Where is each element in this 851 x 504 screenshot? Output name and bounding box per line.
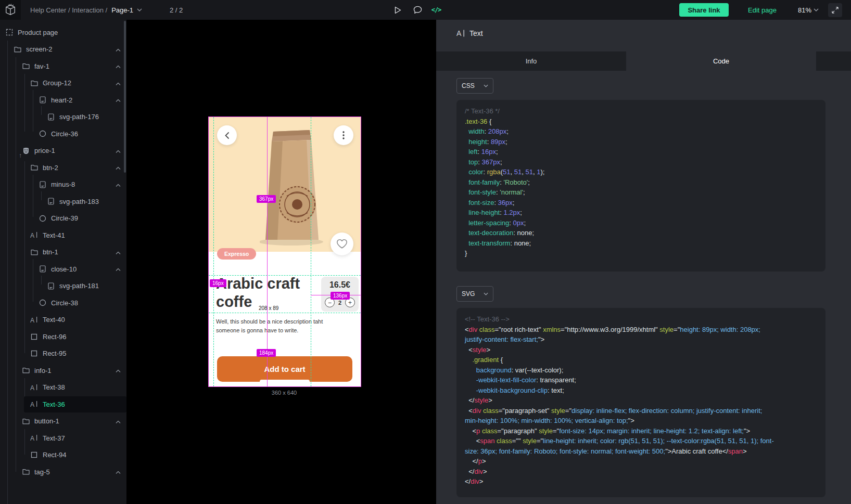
tree-item-svg-path-181[interactable]: svg-path-181 (0, 278, 126, 295)
measure-label-top: 367px (257, 195, 276, 203)
tree-item-tag-5[interactable]: tag-5 (0, 463, 126, 481)
code-line: </div> (465, 476, 817, 487)
code-line: -webkit-background-clip: text; (465, 385, 817, 396)
tree-item-text-37[interactable]: AText-37 (0, 430, 126, 447)
tree-item-close-10[interactable]: close-10 (0, 261, 126, 278)
fullscreen-button[interactable] (828, 3, 842, 17)
tree-item-btn-2[interactable]: btn-2 (0, 159, 126, 176)
circle-icon (39, 214, 46, 222)
tree-item-rect-96[interactable]: Rect-96 (0, 328, 126, 345)
svg-text:A: A (30, 316, 34, 324)
code-line: .text-36 { (465, 117, 817, 127)
app-logo[interactable] (0, 0, 21, 20)
layer-label: button-1 (34, 417, 59, 425)
tree-item-rect-94[interactable]: Rect-94 (0, 447, 126, 464)
tree-item-circle-38[interactable]: Circle-38 (0, 294, 126, 312)
tree-item-info-1[interactable]: info-1 (0, 362, 126, 379)
tree-item-text-41[interactable]: AText-41 (0, 227, 126, 244)
chevron-up-icon[interactable] (116, 96, 121, 104)
play-button[interactable] (391, 4, 404, 16)
layer-label: Text-38 (43, 383, 65, 391)
measure-line-vertical (267, 117, 268, 386)
chevron-up-icon[interactable] (116, 265, 121, 273)
tree-item-text-40[interactable]: AText-40 (0, 312, 126, 329)
code-line: size: 36px; font-family: Roboto; font-st… (465, 446, 817, 457)
chevron-up-icon[interactable] (116, 164, 121, 172)
edit-page-link[interactable]: Edit page (748, 0, 777, 20)
comment-button[interactable] (411, 4, 424, 16)
tree-item-minus-8[interactable]: minus-8 (0, 176, 126, 193)
chevron-up-icon[interactable] (116, 79, 121, 87)
chevron-up-icon[interactable] (116, 62, 121, 70)
selected-element-header: A Text (456, 29, 483, 37)
code-line: font-style: 'normal'; (465, 187, 817, 198)
tab-code[interactable]: Code (626, 51, 816, 71)
tree-item-product page[interactable]: Product page (0, 24, 126, 41)
add-to-cart-button[interactable]: Add to cart (217, 356, 352, 382)
chevron-up-icon[interactable] (116, 367, 121, 374)
share-link-button[interactable]: Share link (679, 3, 729, 17)
css-format-dropdown[interactable]: CSS (456, 78, 493, 94)
tree-item-text-38[interactable]: AText-38 (0, 379, 126, 396)
chevron-up-icon[interactable] (116, 417, 121, 425)
layer-label: Text-40 (43, 316, 65, 324)
code-view-button[interactable]: </> (430, 4, 442, 16)
text-icon: A (30, 434, 38, 442)
tree-item-svg-path-176[interactable]: svg-path-176 (0, 109, 126, 126)
tree-item-heart-2[interactable]: heart-2 (0, 92, 126, 109)
chevron-down-icon (484, 84, 488, 87)
canvas[interactable]: Expresso Arabic craft coffe Well, this s… (126, 20, 436, 504)
chevron-down-icon (814, 8, 819, 11)
breadcrumb[interactable]: Help Center / Interaction / Page-1 (30, 0, 142, 20)
menu-button[interactable] (334, 125, 353, 145)
svg-format-dropdown[interactable]: SVG (456, 286, 493, 302)
tree-item-rect-95[interactable]: Rect-95 (0, 345, 126, 363)
chevron-up-icon[interactable] (116, 468, 121, 476)
chevron-down-icon[interactable] (137, 8, 142, 11)
tree-item-svg-path-183[interactable]: svg-path-183 (0, 193, 126, 210)
kebab-menu-icon (342, 131, 345, 139)
folder-icon (30, 248, 38, 256)
folder-icon (30, 164, 38, 172)
breadcrumb-path[interactable]: Help Center / Interaction / (30, 6, 107, 14)
code-line: justify-content: flex-start;"> (465, 334, 817, 345)
tree-item-price-1[interactable]: price-1 (0, 143, 126, 160)
css-code-block[interactable]: /* Text-36 */.text-36 { width: 208px; he… (456, 100, 825, 272)
tree-item-text-36[interactable]: AText-36 (0, 396, 126, 413)
code-line: -webkit-text-fill-color: transparent; (465, 375, 817, 385)
product-tag[interactable]: Expresso (217, 248, 256, 260)
chevron-up-icon[interactable] (116, 180, 121, 188)
tree-item-circle-39[interactable]: Circle-39 (0, 210, 126, 227)
tree-item-fav-1[interactable]: fav-1 (0, 58, 126, 75)
chevron-up-icon[interactable] (116, 45, 121, 53)
layer-label: svg-path-183 (59, 198, 99, 205)
top-bar: Help Center / Interaction / Page-1 2 / 2… (0, 0, 851, 20)
play-icon (395, 6, 401, 14)
tree-item-group-12[interactable]: Group-12 (0, 75, 126, 92)
breadcrumb-current-page[interactable]: Page-1 (111, 6, 133, 14)
back-button[interactable] (217, 125, 237, 145)
file-icon (47, 113, 55, 121)
zoom-level-dropdown[interactable]: 81% (798, 0, 819, 20)
favorite-button[interactable] (331, 232, 353, 255)
tree-item-btn-1[interactable]: btn-1 (0, 244, 126, 261)
folder-icon (30, 79, 38, 87)
chevron-up-icon[interactable] (116, 147, 121, 154)
mask-icon (22, 147, 30, 154)
tab-info[interactable]: Info (436, 51, 626, 71)
tree-item-screen-2[interactable]: screen-2 (0, 41, 126, 58)
screen-frame[interactable]: Expresso Arabic craft coffe Well, this s… (208, 117, 361, 387)
svg-code-block[interactable]: <!-- Text-36 --><div class="root rich-te… (456, 308, 825, 497)
product-description[interactable]: Well, this should be a nice description … (216, 317, 337, 334)
tree-item-button-1[interactable]: button-1 (0, 413, 126, 430)
circle-icon (39, 299, 46, 307)
text-icon: A (30, 400, 38, 408)
chevron-up-icon[interactable] (116, 248, 121, 256)
code-line: height: 89px; (465, 137, 817, 147)
layer-label: heart-2 (51, 96, 72, 104)
code-line: left: 16px; (465, 147, 817, 157)
tree-item-circle-36[interactable]: Circle-36 (0, 125, 126, 143)
layer-label: btn-2 (43, 164, 58, 172)
panel-tabs: Info Code (436, 51, 851, 71)
heart-icon (336, 239, 348, 249)
